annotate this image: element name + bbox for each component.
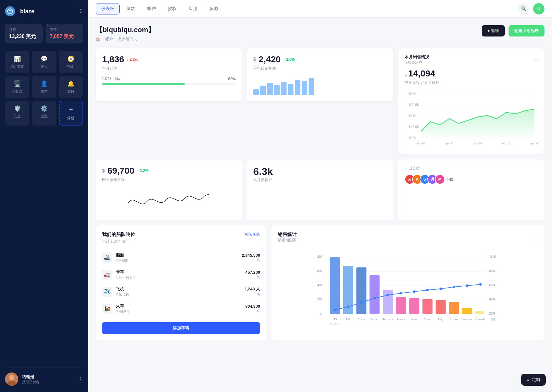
security-icon: 🛡️ (14, 105, 21, 112)
svg-text:40%: 40% (489, 298, 495, 301)
budget-value: 13,230 美元 (9, 33, 38, 40)
svg-point-52 (400, 292, 402, 294)
bar-1 (253, 89, 259, 95)
svg-rect-44 (449, 302, 459, 314)
tab-pages[interactable]: 页数 (121, 3, 140, 14)
svg-text:$17K: $17K (409, 114, 417, 118)
online-sales-label: 网上总销售额 (102, 177, 236, 182)
sales-stats-card: 销售统计 最畅销国家 ··· 800 600 400 200 0 (271, 225, 544, 340)
settings-nav-icon: ⚙️ (41, 105, 48, 112)
second-row: $ 69,700 ↑ 2.2% 网上总销售额 6.3k 本月新客户 今日英雄 (96, 160, 544, 220)
invite-button[interactable]: + 邀请 (482, 25, 505, 36)
bar-chart-mini (253, 76, 387, 95)
chat-icon: 💬 (41, 55, 48, 62)
svg-point-48 (347, 305, 349, 308)
user-avatar (5, 372, 18, 386)
user-name: 约翰逊 (22, 374, 74, 380)
svg-text:$20.5K: $20.5K (409, 103, 419, 107)
settings-icon[interactable]: ⠿ (79, 8, 83, 14)
svg-rect-46 (475, 311, 484, 314)
svg-point-47 (333, 309, 336, 311)
heroes-count: +42 (447, 177, 453, 182)
truck-icon: 🚛 (102, 270, 112, 280)
sales-stats-sub: 最畅销国家 (278, 238, 297, 243)
add-vehicle-button[interactable]: 添加车辆 (102, 322, 260, 334)
svg-text:Apr 10: Apr 10 (474, 142, 482, 145)
bar-7 (295, 80, 300, 95)
main-content: 仪表板 页数 帐户 授权 应用 资源 🔍 U 【biqubiqu.com】 🏠 … (88, 0, 552, 392)
user-menu-icon[interactable]: ⋮ (78, 376, 83, 382)
bar-8 (302, 81, 307, 95)
fleet-plane-name: 飞机 (116, 286, 241, 292)
svg-text:Apr 07: Apr 07 (445, 142, 454, 145)
svg-text:80%: 80% (489, 269, 495, 273)
sidebar-item-media[interactable]: 👤 媒体 (32, 76, 56, 98)
svg-text:$24K: $24K (409, 92, 417, 96)
chat-label: 聊天 (41, 64, 48, 69)
sidebar-item-stats[interactable]: 📊 统计数据 (5, 51, 29, 73)
breadcrumb-account[interactable]: 帐户 (105, 36, 113, 42)
breadcrumb-home[interactable]: 🏠 (96, 37, 100, 42)
orders-card: 1,836 ↓ 2.2% 本月订单 1,048 目标 62% (96, 48, 242, 101)
tab-auth[interactable]: 授权 (162, 3, 182, 14)
new-customers-card: 6.3k 本月新客户 (247, 160, 393, 220)
svg-rect-38 (369, 275, 379, 314)
monthly-menu-icon[interactable]: ··· (533, 56, 538, 63)
sales-stats-menu-icon[interactable]: ··· (533, 237, 538, 243)
bar-5 (281, 82, 287, 95)
fleet-subtitle: 总计 1,247 辆车 (102, 239, 260, 244)
heroes-avatars: A K S 碍 M (405, 174, 445, 184)
tab-dashboard[interactable]: 仪表板 (96, 3, 120, 14)
sales-chart-svg: 800 600 400 200 0 100% 80% 60% 40% 20% 0… (278, 252, 538, 327)
orders-label: 本月订单 (102, 66, 236, 71)
svg-point-57 (466, 284, 468, 287)
page-header: 【biqubiqu.com】 🏠 › 帐户 › 奥弗维耶夫 + 邀请 创建应用程… (96, 25, 544, 42)
sidebar-item-security[interactable]: 🛡️ 安全 (5, 101, 29, 126)
sidebar-item-calc[interactable]: 🖥️ 计算器 (5, 76, 29, 98)
sidebar-item-guide[interactable]: 🧭 指南 (59, 51, 83, 73)
page-actions: + 邀请 创建应用程序 (482, 25, 544, 36)
svg-point-49 (360, 301, 362, 304)
breadcrumb: 🏠 › 帐户 › 奥弗维耶夫 (96, 36, 155, 42)
sidebar-item-settings[interactable]: ⚙️ 设置 (32, 101, 56, 126)
sidebar-item-chat[interactable]: 💬 聊天 (32, 51, 56, 73)
progress-pct: 62% (228, 77, 236, 81)
tab-app[interactable]: 应用 (183, 3, 203, 14)
svg-text:France: France (396, 318, 405, 321)
svg-text:20%: 20% (489, 312, 495, 315)
fleet-truck-value: 457,200 吨 (245, 270, 260, 279)
progress-bar-bg (102, 83, 236, 85)
svg-text:China: China (358, 318, 365, 321)
create-app-button[interactable]: 创建应用程序 (509, 25, 544, 36)
tab-account[interactable]: 帐户 (142, 3, 161, 14)
nav-grid: 📊 统计数据 💬 聊天 🧭 指南 🖥️ 计算器 👤 媒体 🔔 支持 🛡️ 安全 (5, 51, 83, 126)
svg-text:Canada: Canada (475, 318, 486, 321)
tab-resources[interactable]: 资源 (204, 3, 224, 14)
svg-rect-35 (330, 257, 340, 314)
user-avatar-top[interactable]: U (533, 3, 544, 14)
heroes-card: 今日英雄 A K S 碍 M +42 (398, 160, 544, 220)
sidebar-item-support[interactable]: 🔔 支持 (59, 76, 83, 98)
search-button[interactable]: 🔍 (518, 3, 529, 14)
media-icon: 👤 (41, 80, 48, 87)
svg-rect-41 (409, 298, 419, 314)
svg-text:200: 200 (317, 298, 322, 301)
online-sales-card: $ 69,700 ↑ 2.2% 网上总销售额 (96, 160, 242, 220)
fleet-link[interactable]: 检阅舰队 (245, 232, 260, 237)
media-label: 媒体 (41, 89, 48, 94)
svg-point-55 (439, 288, 442, 290)
wave-chart (102, 188, 236, 213)
bar-6 (288, 84, 293, 95)
sidebar-item-add[interactable]: + 添新 (59, 101, 83, 126)
avg-value: 2,420 (259, 54, 281, 64)
orders-value: 1,836 (102, 54, 124, 64)
user-profile: 约翰逊 反应开发者 ⋮ (5, 367, 83, 386)
svg-point-51 (386, 294, 389, 296)
fleet-train-value: 804,300 吨 (245, 304, 260, 313)
plane-icon: ✈️ (102, 287, 112, 297)
avg-label: 平均日销售额 (253, 66, 387, 71)
hero-avatar-5: M (435, 174, 445, 184)
svg-point-54 (426, 289, 429, 291)
customize-button[interactable]: ≡ 定制 (521, 374, 546, 386)
svg-text:400: 400 (317, 283, 322, 287)
